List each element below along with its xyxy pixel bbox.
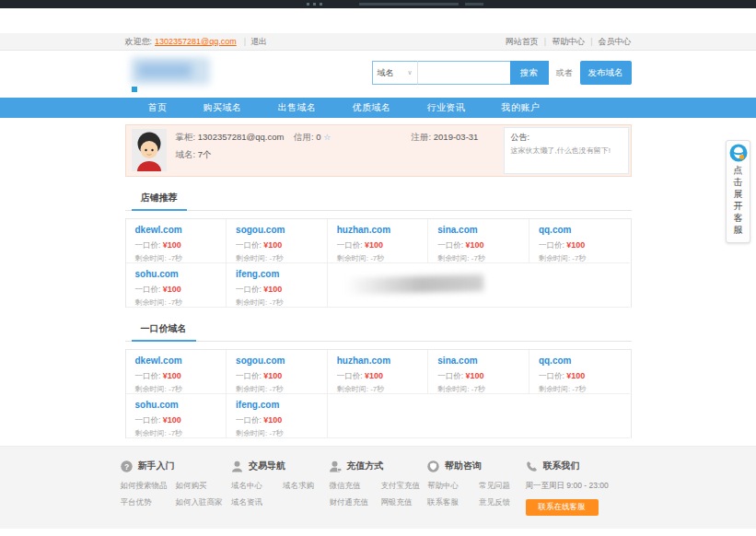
- domain-link[interactable]: sina.com: [437, 225, 519, 235]
- price-value: ¥100: [263, 285, 282, 294]
- time-label: 剩余时间:: [135, 385, 167, 393]
- price-value: ¥100: [365, 240, 383, 250]
- credit-label: 信用:: [294, 132, 314, 142]
- time-row: 剩余时间: -7秒: [135, 428, 217, 438]
- price-value: ¥100: [163, 415, 181, 425]
- footer-link[interactable]: 帮助中心: [427, 481, 475, 492]
- domain-card[interactable]: sohu.com一口价: ¥100剩余时间: -7秒: [126, 263, 227, 308]
- footer-link[interactable]: 域名求购: [283, 481, 327, 492]
- search-input[interactable]: [418, 61, 510, 85]
- notice-box: 公告: 这家伙太懒了,什么也没有留下!: [504, 127, 629, 174]
- time-value: -7秒: [370, 385, 384, 393]
- footer-link[interactable]: 如何购买: [176, 481, 229, 492]
- nav-item-0[interactable]: 首页: [148, 101, 168, 114]
- time-value: -7秒: [169, 385, 182, 393]
- nav-item-2[interactable]: 出售域名: [278, 101, 317, 114]
- domain-card[interactable]: ifeng.com一口价: ¥100剩余时间: -7秒: [227, 263, 328, 308]
- footer-column-header: 联系我们: [526, 460, 636, 472]
- member-center-link[interactable]: 会员中心: [599, 36, 632, 48]
- price-value: ¥100: [163, 371, 181, 380]
- domain-link[interactable]: sohu.com: [135, 400, 217, 410]
- nav-item-4[interactable]: 行业资讯: [427, 101, 466, 114]
- footer-column-title: 充值方式: [347, 460, 384, 472]
- domain-link[interactable]: ifeng.com: [236, 269, 318, 279]
- credit-value: 0: [316, 132, 320, 142]
- topbar-decoration: [465, 3, 483, 6]
- main-nav: 首页购买域名出售域名优质域名行业资讯我的账户: [125, 98, 632, 118]
- empty-cell: [328, 263, 429, 308]
- search-category-select[interactable]: 域名 ∨: [372, 61, 418, 85]
- time-value: -7秒: [169, 298, 182, 307]
- publish-domain-button[interactable]: 发布域名: [580, 61, 632, 85]
- domain-link[interactable]: sohu.com: [135, 269, 217, 279]
- logout-link[interactable]: 退出: [250, 36, 267, 48]
- price-row: 一口价: ¥100: [539, 240, 622, 251]
- domain-card[interactable]: dkewl.com一口价: ¥100剩余时间: -7秒: [126, 219, 227, 263]
- domain-card[interactable]: sina.com一口价: ¥100剩余时间: -7秒: [428, 350, 529, 394]
- domain-card[interactable]: ifeng.com一口价: ¥100剩余时间: -7秒: [227, 394, 328, 438]
- time-value: -7秒: [270, 385, 284, 393]
- shopkeeper-value: 1302357281@qq.com: [198, 132, 285, 142]
- domain-link[interactable]: huzhan.com: [337, 225, 419, 235]
- price-row: 一口价: ¥100: [135, 371, 217, 382]
- nav-item-3[interactable]: 优质域名: [353, 101, 391, 114]
- time-label: 剩余时间:: [539, 254, 570, 262]
- footer-column-title: 帮助咨询: [445, 460, 482, 472]
- domain-card[interactable]: qq.com一口价: ¥100剩余时间: -7秒: [529, 219, 631, 263]
- footer-link[interactable]: 微信充值: [330, 481, 378, 492]
- time-row: 剩余时间: -7秒: [135, 253, 217, 263]
- domain-link[interactable]: dkewl.com: [135, 225, 217, 235]
- home-link[interactable]: 网站首页: [506, 36, 539, 48]
- domain-card[interactable]: sogou.com一口价: ¥100剩余时间: -7秒: [227, 219, 328, 263]
- footer-link[interactable]: 意见反馈: [479, 497, 523, 508]
- online-service-button[interactable]: 联系在线客服: [526, 499, 599, 516]
- time-row: 剩余时间: -7秒: [236, 384, 318, 394]
- footer-link[interactable]: 域名资讯: [231, 497, 279, 508]
- footer-column-5: 联系我们周一至周日 9:00 - 23:00联系在线客服: [526, 460, 636, 516]
- user-info: 掌柜: 1302357281@qq.com 信用: 0 ☆ 域名: 7个: [176, 132, 331, 176]
- notice-title: 公告:: [511, 132, 622, 144]
- notice-text: 这家伙太懒了,什么也没有留下!: [511, 146, 622, 156]
- star-icon: ☆: [323, 133, 331, 142]
- footer-link[interactable]: 域名中心: [231, 481, 279, 492]
- domain-link[interactable]: sina.com: [437, 355, 519, 366]
- help-center-link[interactable]: 帮助中心: [552, 36, 585, 48]
- domain-link[interactable]: huzhan.com: [337, 355, 419, 366]
- price-label: 一口价:: [337, 240, 363, 250]
- domain-card[interactable]: qq.com一口价: ¥100剩余时间: -7秒: [529, 350, 631, 394]
- domain-card[interactable]: huzhan.com一口价: ¥100剩余时间: -7秒: [328, 219, 429, 263]
- section-title: 一口价域名: [132, 319, 196, 342]
- domain-card[interactable]: sohu.com一口价: ¥100剩余时间: -7秒: [126, 394, 227, 438]
- domain-card[interactable]: dkewl.com一口价: ¥100剩余时间: -7秒: [126, 350, 227, 394]
- customer-service-widget[interactable]: 点击展开客服: [726, 140, 750, 243]
- domain-link[interactable]: qq.com: [539, 355, 622, 366]
- domain-link[interactable]: qq.com: [539, 225, 622, 235]
- domain-card[interactable]: sogou.com一口价: ¥100剩余时间: -7秒: [227, 350, 328, 394]
- footer-link[interactable]: 平台优势: [121, 497, 172, 508]
- nav-item-1[interactable]: 购买域名: [204, 101, 242, 114]
- footer-link[interactable]: 如何入驻商家: [176, 497, 229, 508]
- card-grid: dkewl.com一口价: ¥100剩余时间: -7秒sogou.com一口价:…: [125, 349, 632, 438]
- footer-link[interactable]: 常见问题: [479, 481, 523, 492]
- time-label: 剩余时间:: [236, 298, 267, 307]
- account-email-link[interactable]: 1302357281@qq.com: [155, 37, 237, 46]
- price-row: 一口价: ¥100: [337, 371, 419, 382]
- search-button[interactable]: 搜索: [510, 61, 549, 85]
- nav-item-5[interactable]: 我的账户: [502, 101, 541, 114]
- price-value: ¥100: [263, 415, 282, 425]
- domain-link[interactable]: ifeng.com: [236, 400, 318, 410]
- site-logo[interactable]: [131, 55, 215, 94]
- domains-value: 7个: [198, 149, 212, 159]
- domain-link[interactable]: sogou.com: [236, 225, 318, 235]
- price-value: ¥100: [263, 371, 282, 380]
- footer-link[interactable]: 如何搜索物品: [121, 481, 172, 492]
- domain-link[interactable]: dkewl.com: [135, 355, 217, 366]
- price-label: 一口价:: [539, 240, 564, 250]
- footer-link[interactable]: 联系客服: [427, 497, 475, 508]
- domain-card[interactable]: huzhan.com一口价: ¥100剩余时间: -7秒: [328, 350, 429, 394]
- domain-card[interactable]: sina.com一口价: ¥100剩余时间: -7秒: [428, 219, 529, 263]
- footer-link[interactable]: 网银充值: [381, 497, 425, 508]
- domain-link[interactable]: sogou.com: [236, 355, 318, 366]
- footer-link[interactable]: 财付通充值: [330, 497, 378, 508]
- footer-link[interactable]: 支付宝充值: [381, 481, 425, 492]
